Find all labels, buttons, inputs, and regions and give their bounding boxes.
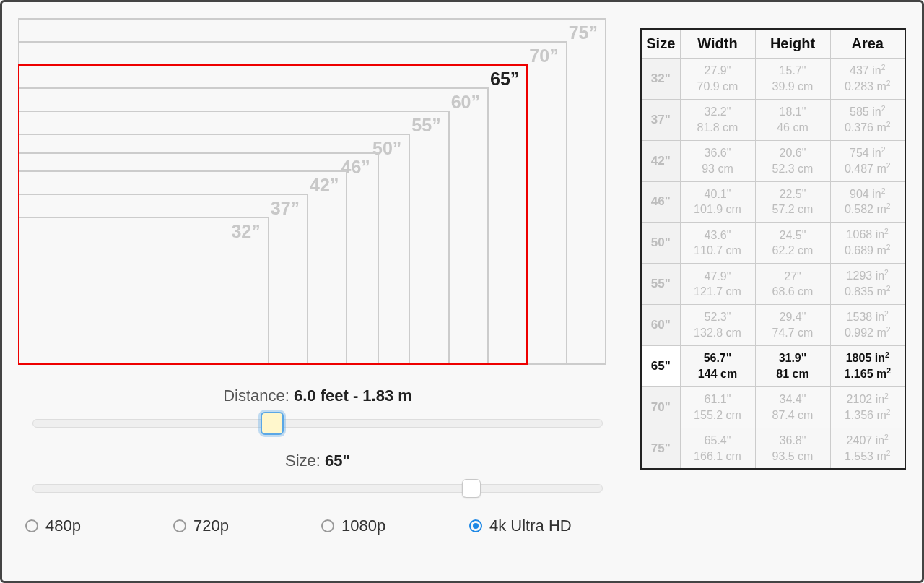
table-row: 37"32.2"81.8 cm18.1"46 cm585 in20.376 m2 bbox=[641, 99, 905, 140]
table-row: 50"43.6"110.7 cm24.5"62.2 cm1068 in20.68… bbox=[641, 223, 905, 264]
cell-height: 20.6"52.3 cm bbox=[755, 140, 830, 181]
cell-area: 2407 in21.553 m2 bbox=[830, 428, 905, 469]
radio-label: 4k Ultra HD bbox=[489, 517, 572, 535]
table-row: 65"56.7"144 cm31.9"81 cm1805 in21.165 m2 bbox=[641, 345, 905, 386]
resolution-radio-4k-ultra-hd[interactable]: 4k Ultra HD bbox=[469, 517, 617, 535]
cell-height: 36.8"93.5 cm bbox=[755, 428, 830, 469]
cell-size: 55" bbox=[641, 264, 680, 305]
table-row: 32"27.9"70.9 cm15.7"39.9 cm437 in20.283 … bbox=[641, 59, 905, 100]
cell-width: 61.1"155.2 cm bbox=[680, 386, 755, 428]
resolution-radio-group: 480p720p1080p4k Ultra HD bbox=[18, 517, 617, 535]
cell-height: 31.9"81 cm bbox=[755, 345, 830, 386]
table-row: 55"47.9"121.7 cm27"68.6 cm1293 in20.835 … bbox=[641, 264, 905, 305]
cell-height: 29.4"74.7 cm bbox=[755, 305, 830, 346]
cell-width: 36.6"93 cm bbox=[680, 140, 755, 181]
size-slider-track bbox=[32, 484, 603, 493]
table-header-width: Width bbox=[680, 29, 755, 59]
tv-size-diagram: 75”70”65”60”55”50”46”42”37”32” bbox=[18, 18, 606, 365]
table-row: 42"36.6"93 cm20.6"52.3 cm754 in20.487 m2 bbox=[641, 140, 905, 181]
distance-slider-track bbox=[32, 419, 603, 428]
cell-area: 437 in20.283 m2 bbox=[830, 59, 905, 100]
radio-label: 480p bbox=[45, 517, 81, 535]
table-row: 60"52.3"132.8 cm29.4"74.7 cm1538 in20.99… bbox=[641, 305, 905, 346]
table-row: 46"40.1"101.9 cm22.5"57.2 cm904 in20.582… bbox=[641, 181, 905, 223]
resolution-radio-720p[interactable]: 720p bbox=[173, 517, 321, 535]
cell-width: 47.9"121.7 cm bbox=[680, 264, 755, 305]
cell-height: 27"68.6 cm bbox=[755, 264, 830, 305]
cell-width: 32.2"81.8 cm bbox=[680, 99, 755, 140]
size-label: Size: 65" bbox=[18, 452, 617, 470]
cell-width: 43.6"110.7 cm bbox=[680, 223, 755, 264]
cell-width: 27.9"70.9 cm bbox=[680, 59, 755, 100]
cell-area: 1805 in21.165 m2 bbox=[830, 345, 905, 386]
size-slider-thumb[interactable] bbox=[462, 479, 481, 498]
cell-width: 65.4"166.1 cm bbox=[680, 428, 755, 469]
radio-dot-icon bbox=[321, 519, 334, 532]
table-row: 75"65.4"166.1 cm36.8"93.5 cm2407 in21.55… bbox=[641, 428, 905, 469]
tv-outline-label-65: 65” bbox=[490, 69, 519, 90]
resolution-radio-480p[interactable]: 480p bbox=[25, 517, 173, 535]
size-slider[interactable] bbox=[32, 478, 603, 499]
cell-area: 1068 in20.689 m2 bbox=[830, 223, 905, 264]
cell-width: 40.1"101.9 cm bbox=[680, 181, 755, 223]
cell-width: 52.3"132.8 cm bbox=[680, 305, 755, 346]
table-header-area: Area bbox=[830, 29, 905, 59]
cell-size: 50" bbox=[641, 223, 680, 264]
distance-slider[interactable] bbox=[32, 413, 603, 434]
radio-label: 1080p bbox=[341, 517, 385, 535]
distance-label: Distance: 6.0 feet - 1.83 m bbox=[18, 386, 617, 405]
cell-area: 1538 in20.992 m2 bbox=[830, 305, 905, 346]
cell-size: 70" bbox=[641, 386, 680, 428]
cell-height: 34.4"87.4 cm bbox=[755, 386, 830, 428]
cell-area: 1293 in20.835 m2 bbox=[830, 264, 905, 305]
cell-height: 22.5"57.2 cm bbox=[755, 181, 830, 223]
cell-size: 32" bbox=[641, 59, 680, 100]
size-table: SizeWidthHeightArea 32"27.9"70.9 cm15.7"… bbox=[640, 28, 906, 470]
radio-label: 720p bbox=[193, 517, 229, 535]
cell-height: 15.7"39.9 cm bbox=[755, 59, 830, 100]
cell-width: 56.7"144 cm bbox=[680, 345, 755, 386]
cell-size: 75" bbox=[641, 428, 680, 469]
tv-outline-label-70: 70” bbox=[529, 46, 558, 66]
cell-height: 18.1"46 cm bbox=[755, 99, 830, 140]
cell-size: 42" bbox=[641, 140, 680, 181]
cell-size: 60" bbox=[641, 305, 680, 346]
cell-size: 46" bbox=[641, 181, 680, 223]
table-row: 70"61.1"155.2 cm34.4"87.4 cm2102 in21.35… bbox=[641, 386, 905, 428]
radio-dot-icon bbox=[469, 519, 482, 532]
radio-dot-icon bbox=[25, 519, 38, 532]
table-header-size: Size bbox=[641, 29, 680, 59]
tv-outline-label-75: 75” bbox=[569, 22, 598, 43]
cell-size: 37" bbox=[641, 99, 680, 140]
cell-area: 754 in20.487 m2 bbox=[830, 140, 905, 181]
resolution-radio-1080p[interactable]: 1080p bbox=[321, 517, 469, 535]
cell-size: 65" bbox=[641, 345, 680, 386]
cell-height: 24.5"62.2 cm bbox=[755, 223, 830, 264]
cell-area: 585 in20.376 m2 bbox=[830, 99, 905, 140]
cell-area: 2102 in21.356 m2 bbox=[830, 386, 905, 428]
cell-area: 904 in20.582 m2 bbox=[830, 181, 905, 223]
tv-outline-65: 65” bbox=[18, 64, 528, 365]
table-header-height: Height bbox=[755, 29, 830, 59]
distance-slider-thumb[interactable] bbox=[261, 412, 284, 435]
radio-dot-icon bbox=[173, 519, 186, 532]
